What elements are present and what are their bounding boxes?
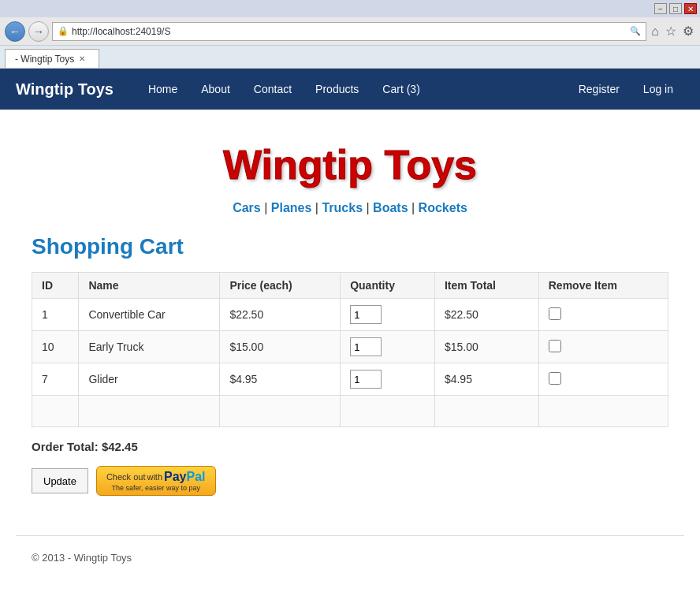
- cart-actions: Update Check out with PayPal The safer, …: [32, 466, 668, 496]
- nav-contact[interactable]: Contact: [243, 76, 303, 102]
- maximize-button[interactable]: □: [669, 3, 682, 14]
- browser-icons: ⌂ ☆ ⚙: [650, 24, 695, 39]
- row1-remove-checkbox[interactable]: [549, 307, 561, 320]
- col-price: Price (each): [220, 273, 341, 299]
- row1-quantity-cell: [341, 299, 435, 331]
- cart-title: Shopping Cart: [32, 234, 668, 259]
- nav-cart[interactable]: Cart (3): [371, 76, 430, 102]
- category-rockets[interactable]: Rockets: [419, 201, 467, 214]
- back-button[interactable]: ←: [5, 21, 25, 42]
- category-planes[interactable]: Planes: [271, 201, 312, 214]
- paypal-tagline: The safer, easier way to pay: [111, 484, 200, 492]
- row3-id: 7: [32, 363, 79, 396]
- row1-total: $22.50: [434, 299, 538, 331]
- update-button[interactable]: Update: [32, 468, 88, 493]
- address-bar[interactable]: 🔒 http://localhost:24019/S 🔍: [52, 22, 646, 41]
- table-row: 7 Glider $4.95 $4.95: [32, 363, 668, 396]
- row1-id: 1: [32, 299, 79, 331]
- tab-bar: - Wingtip Toys ✕: [0, 46, 700, 68]
- favorites-icon[interactable]: ☆: [664, 24, 678, 39]
- page-wrapper: − □ ✕ ← → 🔒 http://localhost:24019/S 🔍 ⌂…: [0, 0, 700, 592]
- navbar-right: Register Log in: [568, 76, 684, 102]
- footer: © 2013 - Wingtip Toys: [0, 544, 700, 572]
- nav-products[interactable]: Products: [304, 76, 370, 102]
- navbar-brand[interactable]: Wingtip Toys: [16, 80, 114, 99]
- cart-table: ID Name Price (each) Quantity Item Total…: [32, 272, 668, 427]
- paypal-logo: PayPal: [164, 470, 205, 484]
- category-trucks[interactable]: Trucks: [322, 201, 363, 214]
- row2-price: $15.00: [220, 331, 341, 363]
- row1-name: Convertible Car: [79, 299, 220, 331]
- nav-login[interactable]: Log in: [632, 76, 684, 102]
- nav-register[interactable]: Register: [568, 76, 631, 102]
- table-row: 10 Early Truck $15.00 $15.00: [32, 331, 668, 363]
- sep-2: |: [363, 201, 370, 214]
- close-button[interactable]: ✕: [684, 3, 697, 14]
- settings-icon[interactable]: ⚙: [681, 24, 695, 39]
- col-remove: Remove Item: [538, 273, 668, 299]
- order-total: Order Total: $42.45: [32, 440, 668, 453]
- row3-remove-checkbox[interactable]: [549, 372, 561, 385]
- category-boats[interactable]: Boats: [373, 201, 408, 214]
- paypal-checkout-text: Check out: [106, 472, 146, 482]
- row2-total: $15.00: [434, 331, 538, 363]
- col-name: Name: [79, 273, 220, 299]
- category-cars[interactable]: Cars: [233, 201, 261, 214]
- minimize-button[interactable]: −: [654, 3, 667, 14]
- row3-name: Glider: [79, 363, 220, 396]
- row3-total: $4.95: [434, 363, 538, 396]
- address-text: http://localhost:24019/S: [72, 26, 627, 37]
- row2-remove-checkbox[interactable]: [549, 340, 561, 352]
- browser-titlebar: − □ ✕: [0, 0, 700, 17]
- active-tab[interactable]: - Wingtip Toys ✕: [5, 49, 99, 68]
- table-row-empty: [32, 396, 668, 427]
- row2-remove-cell: [538, 331, 668, 363]
- main-content: Wingtip Toys Cars | Planes | Trucks | Bo…: [0, 110, 700, 535]
- tab-title: - Wingtip Toys: [15, 54, 74, 65]
- row2-id: 10: [32, 331, 79, 363]
- row3-quantity-input[interactable]: [350, 370, 382, 389]
- row3-remove-cell: [538, 363, 668, 396]
- sep-0: |: [261, 201, 268, 214]
- browser-chrome: − □ ✕ ← → 🔒 http://localhost:24019/S 🔍 ⌂…: [0, 0, 700, 69]
- sep-1: |: [311, 201, 318, 214]
- navbar-nav: Home About Contact Products Cart (3): [137, 76, 568, 102]
- sep-3: |: [408, 201, 415, 214]
- row3-price: $4.95: [220, 363, 341, 396]
- tab-close-button[interactable]: ✕: [79, 54, 85, 63]
- row2-name: Early Truck: [79, 331, 220, 363]
- navbar: Wingtip Toys Home About Contact Products…: [0, 69, 700, 110]
- col-item-total: Item Total: [434, 273, 538, 299]
- site-title: Wingtip Toys: [32, 141, 668, 188]
- row2-quantity-input[interactable]: [350, 337, 382, 356]
- col-id: ID: [32, 273, 79, 299]
- row1-price: $22.50: [220, 299, 341, 331]
- row1-quantity-input[interactable]: [350, 305, 382, 324]
- category-links: Cars | Planes | Trucks | Boats | Rockets: [32, 201, 668, 215]
- paypal-button[interactable]: Check out with PayPal The safer, easier …: [96, 466, 216, 496]
- row3-quantity-cell: [341, 363, 435, 396]
- row2-quantity-cell: [341, 331, 435, 363]
- nav-about[interactable]: About: [190, 76, 241, 102]
- forward-button[interactable]: →: [28, 21, 49, 42]
- table-row: 1 Convertible Car $22.50 $22.50: [32, 299, 668, 331]
- browser-content: Wingtip Toys Home About Contact Products…: [0, 69, 700, 592]
- footer-divider: [16, 535, 684, 536]
- row1-remove-cell: [538, 299, 668, 331]
- footer-text: © 2013 - Wingtip Toys: [32, 552, 132, 564]
- table-header-row: ID Name Price (each) Quantity Item Total…: [32, 273, 668, 299]
- browser-toolbar: ← → 🔒 http://localhost:24019/S 🔍 ⌂ ☆ ⚙: [0, 17, 700, 46]
- col-quantity: Quantity: [341, 273, 435, 299]
- nav-home[interactable]: Home: [137, 76, 188, 102]
- home-icon[interactable]: ⌂: [650, 24, 661, 39]
